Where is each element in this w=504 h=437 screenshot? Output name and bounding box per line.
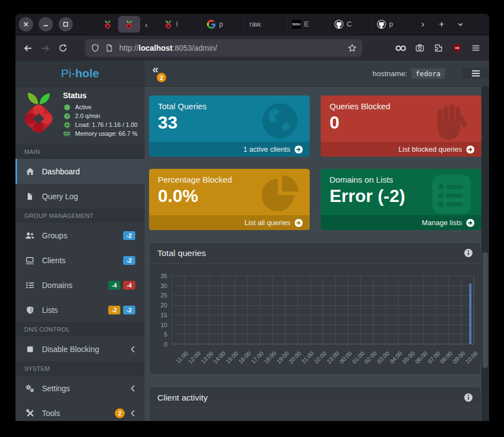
card-footer-label: Manage lists xyxy=(422,218,462,227)
list-tabs-button[interactable] xyxy=(454,18,467,31)
tab[interactable]: p xyxy=(201,16,244,33)
new-tab-button[interactable]: + xyxy=(435,18,448,31)
memory-icon xyxy=(63,130,71,137)
tab-title: l xyxy=(176,20,178,28)
y-tick-label: 20 xyxy=(161,302,167,308)
active-tab[interactable] xyxy=(118,16,140,33)
card-footer-link[interactable]: Manage lists xyxy=(321,215,481,230)
sidebar-collapse[interactable]: « 2 xyxy=(152,63,169,83)
info-icon[interactable] xyxy=(464,393,473,402)
chart-plot-area xyxy=(172,276,474,344)
sidebar-item-tools[interactable]: Tools2 xyxy=(15,401,145,421)
status-items: Active2.0 q/minLoad: 1.76 / 1.16 / 1.00M… xyxy=(63,103,137,138)
card-footer-link[interactable]: 1 active clients xyxy=(149,142,310,157)
status-text: Load: 1.76 / 1.16 / 1.00 xyxy=(75,121,137,128)
forward-icon xyxy=(41,44,50,53)
y-tick-label: 0 xyxy=(164,341,167,348)
total-queries-chart[interactable]: 35302520151050 11:0012:0013:0014:0015:00… xyxy=(150,264,481,374)
sidebar-item-groups[interactable]: Groups-2 xyxy=(15,223,145,248)
chevron-left-icon xyxy=(130,385,135,392)
sidebar-item-label: Lists xyxy=(42,306,58,315)
main-content: Total Queries331 active clientsQueries B… xyxy=(145,87,489,421)
pihole-menu-button[interactable] xyxy=(462,68,489,78)
bar-slot xyxy=(335,276,348,344)
bar-slot xyxy=(323,276,336,344)
card-body: Percentage Blocked0.0% xyxy=(149,169,310,215)
hostname: hostname:fedora xyxy=(373,68,445,79)
card-body: Queries Blocked0 xyxy=(321,95,481,142)
tab[interactable]: raw. xyxy=(244,16,287,33)
page-scrollbar[interactable] xyxy=(481,87,489,421)
summary-card-total-queries: Total Queries331 active clients xyxy=(149,95,310,157)
minimize-button[interactable] xyxy=(39,17,53,31)
tabbar-actions: › + xyxy=(416,18,467,31)
pihole-favicon xyxy=(125,20,134,29)
maximize-button[interactable] xyxy=(59,17,73,31)
status-text: 2.0 q/min xyxy=(75,113,100,119)
bar-slot xyxy=(449,276,461,344)
pihole-brand[interactable]: Pi-hole xyxy=(15,61,145,86)
sidebar-item-clients[interactable]: Clients-2 xyxy=(15,248,145,273)
bookmark-star-icon[interactable] xyxy=(348,44,357,52)
sidebar-item-lists[interactable]: Lists-2-2 xyxy=(15,297,145,322)
update-badge: 2 xyxy=(157,73,166,82)
sidebar-item-label: Disable Blocking xyxy=(42,345,99,354)
status-badge: 2 xyxy=(115,408,125,418)
bar-slot xyxy=(360,276,373,344)
users-icon xyxy=(25,231,35,240)
tab[interactable]: DOUE xyxy=(287,16,329,33)
arrow-circle-right-icon xyxy=(294,145,303,154)
forward-button[interactable] xyxy=(39,41,52,55)
back-icon xyxy=(23,44,33,53)
sidebar-item-domains[interactable]: Domains-4-4 xyxy=(15,273,145,297)
scrollbar-thumb[interactable] xyxy=(482,252,488,368)
tab[interactable]: C xyxy=(329,16,372,33)
sidebar-item-settings[interactable]: Settings xyxy=(15,376,145,401)
containers-icon[interactable] xyxy=(394,41,407,55)
sidebar-item-dashboard[interactable]: Dashboard xyxy=(15,159,145,184)
sidebar-item-label: Clients xyxy=(42,256,66,265)
tab[interactable]: p xyxy=(372,16,414,33)
bar-slot xyxy=(235,276,247,344)
app-menu-button[interactable] xyxy=(469,41,482,55)
y-tick-label: 15 xyxy=(161,312,167,318)
status-badge: -2 xyxy=(123,256,135,265)
summary-card-percentage-blocked: Percentage Blocked0.0%List all queries xyxy=(149,169,310,230)
pinned-tab[interactable] xyxy=(102,20,114,29)
scroll-tabs-right-button[interactable]: › xyxy=(416,18,429,31)
back-button[interactable] xyxy=(21,41,34,55)
window-controls xyxy=(19,17,73,31)
url-text[interactable]: http://localhost:8053/admin/ xyxy=(119,44,348,52)
dou-favicon: DOU xyxy=(292,20,301,29)
bar-slot xyxy=(411,276,423,344)
infinity-icon xyxy=(395,45,406,52)
tab-title: raw. xyxy=(250,20,262,28)
tab[interactable]: l xyxy=(159,16,201,33)
bar-slot xyxy=(197,276,210,344)
info-icon[interactable] xyxy=(464,248,473,258)
arrow-circle-right-icon xyxy=(466,145,475,154)
puzzle-icon xyxy=(434,44,443,52)
sidebar-menu: MAINDashboardQuery LogGROUP MANAGEMENTGr… xyxy=(15,145,145,421)
ublock-shield-icon: UO xyxy=(453,44,461,52)
scroll-tabs-left-button[interactable]: ‹ xyxy=(140,16,152,33)
pie-chart-icon xyxy=(257,173,303,215)
card-footer-link[interactable]: List blocked queries xyxy=(321,142,481,157)
url-bar[interactable]: http://localhost:8053/admin/ xyxy=(85,39,362,57)
page-info-icon[interactable] xyxy=(105,44,114,52)
sidebar-item-query-log[interactable]: Query Log xyxy=(15,184,145,209)
ublock-icon[interactable]: UO xyxy=(450,41,464,55)
bar-slot xyxy=(247,276,260,344)
close-button[interactable] xyxy=(19,17,33,31)
sidebar-item-disable-blocking[interactable]: Disable Blocking xyxy=(15,337,145,361)
card-footer-link[interactable]: List all queries xyxy=(149,215,310,230)
extensions-icon[interactable] xyxy=(432,41,445,55)
header-right: hostname:fedora xyxy=(373,61,489,86)
reload-button[interactable] xyxy=(56,41,70,55)
status-item: Active xyxy=(63,103,137,111)
screenshot-icon[interactable] xyxy=(413,41,426,55)
chevron-left-icon xyxy=(130,345,135,353)
list-ul-icon xyxy=(25,281,35,290)
shield-permissions-icon[interactable] xyxy=(91,44,99,52)
sidebar-item-label: Domains xyxy=(42,281,72,290)
